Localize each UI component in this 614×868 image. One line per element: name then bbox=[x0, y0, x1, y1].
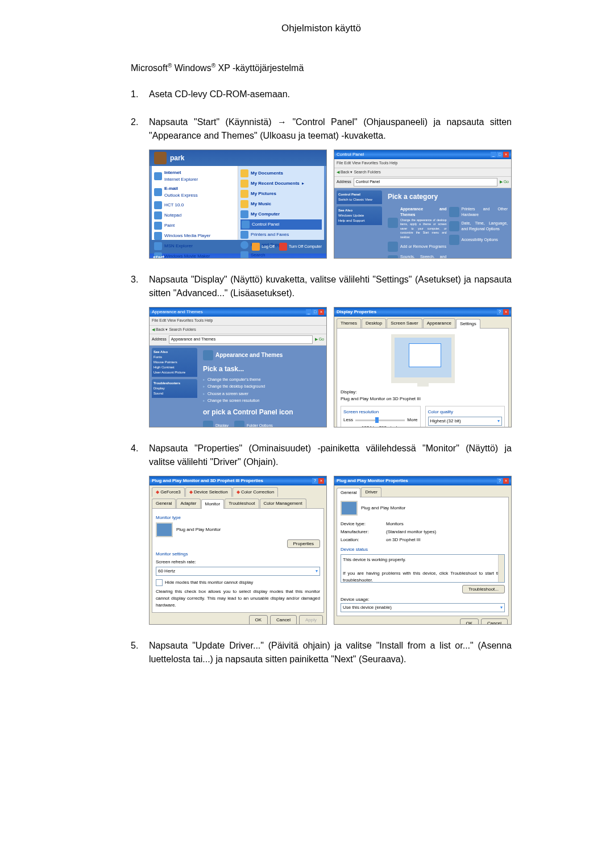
troubleshoot-button[interactable]: Troubleshoot... bbox=[462, 585, 505, 593]
scrollbar[interactable] bbox=[498, 555, 504, 582]
tab-color-correction[interactable]: ◆ Color Correction bbox=[233, 487, 278, 497]
startmenu-item[interactable]: E-mailOutlook Express bbox=[154, 184, 235, 200]
tab-settings[interactable]: Settings bbox=[456, 319, 480, 329]
minimize-icon[interactable]: _ bbox=[306, 309, 312, 315]
address-field[interactable]: Appearance and Themes bbox=[169, 335, 313, 344]
tab-monitor[interactable]: Monitor bbox=[201, 499, 225, 509]
sidebar-link[interactable]: User Account Picture bbox=[154, 371, 185, 374]
go-button[interactable]: ▶ Go bbox=[500, 179, 509, 185]
startmenu-item[interactable]: My Computer bbox=[240, 209, 322, 219]
info-row: Device type:Monitors bbox=[341, 520, 505, 528]
startmenu-item[interactable]: Windows Media Player bbox=[154, 231, 235, 241]
cancel-button[interactable]: Cancel bbox=[270, 615, 297, 625]
toolbar[interactable]: ◀ Back ▾ Search Folders bbox=[334, 168, 511, 177]
color-label: Color quality bbox=[428, 409, 503, 416]
help-icon[interactable]: ? bbox=[312, 478, 318, 484]
startmenu-item[interactable]: HCT 10.0 bbox=[154, 200, 235, 210]
close-icon[interactable]: × bbox=[318, 309, 324, 315]
help-icon[interactable]: ? bbox=[497, 478, 503, 484]
tab-colormgmt[interactable]: Color Management bbox=[260, 499, 306, 508]
startmenu-item[interactable]: My Recent Documents ▸ bbox=[240, 178, 322, 189]
tab-troubleshoot[interactable]: Troubleshoot bbox=[225, 499, 259, 508]
close-icon[interactable]: × bbox=[503, 309, 509, 315]
properties-button[interactable]: Properties bbox=[287, 539, 320, 548]
close-icon[interactable]: × bbox=[503, 478, 509, 484]
menubar[interactable]: File Edit View Favorites Tools Help bbox=[150, 317, 326, 326]
cp-category[interactable]: Accessibility Options bbox=[449, 234, 508, 246]
tab-driver[interactable]: Driver bbox=[361, 487, 381, 497]
display-icon-link[interactable]: Display bbox=[203, 420, 229, 428]
resolution-slider[interactable]: Less More bbox=[343, 417, 418, 423]
category-icon bbox=[449, 235, 459, 245]
tab-appearance[interactable]: Appearance bbox=[423, 318, 455, 328]
back-icon[interactable]: ◀ bbox=[152, 327, 155, 331]
hide-modes-checkbox[interactable]: Hide modes that this monitor cannot disp… bbox=[156, 579, 320, 586]
tab-geforce[interactable]: ◆ GeForce3 bbox=[152, 487, 185, 497]
ok-button[interactable]: OK bbox=[249, 615, 268, 625]
tab-themes[interactable]: Themes bbox=[337, 318, 361, 328]
tab-general[interactable]: General bbox=[152, 499, 176, 508]
task-link[interactable]: Change the computer's theme bbox=[203, 376, 323, 384]
cp-category-appearance[interactable]: Appearance and ThemesChange the appearan… bbox=[388, 205, 447, 241]
startmenu-item[interactable]: My Pictures bbox=[240, 189, 322, 199]
tab-device-selection[interactable]: ◆ Device Selection bbox=[185, 487, 232, 497]
sidebar-link[interactable]: Sound bbox=[154, 392, 163, 395]
apply-button[interactable]: Apply bbox=[299, 615, 323, 625]
tab-screensaver[interactable]: Screen Saver bbox=[387, 318, 422, 328]
color-bar bbox=[428, 427, 503, 427]
startmenu-item[interactable]: Notepad bbox=[154, 210, 235, 221]
cp-category[interactable]: Add or Remove Programs bbox=[388, 240, 447, 253]
startmenu-item[interactable]: My Documents bbox=[240, 168, 322, 178]
refresh-dropdown[interactable]: 60 Hertz bbox=[156, 567, 320, 576]
startmenu-item[interactable]: Search bbox=[240, 250, 322, 259]
back-icon[interactable]: ◀ bbox=[337, 170, 339, 174]
appearance-icon bbox=[388, 218, 398, 228]
cancel-button[interactable]: Cancel bbox=[481, 618, 508, 625]
task-link[interactable]: Change the screen resolution bbox=[203, 397, 323, 405]
device-usage-dropdown[interactable]: Use this device (enable) bbox=[341, 603, 505, 612]
maximize-icon[interactable]: □ bbox=[497, 152, 503, 157]
tab-adapter[interactable]: Adapter bbox=[176, 499, 200, 508]
startmenu-item[interactable]: Paint bbox=[154, 221, 235, 231]
window-titlebar: Plug and Play Monitor Properties ?× bbox=[334, 476, 511, 485]
controlpanel-screenshot: Control Panel _□× File Edit View Favorit… bbox=[334, 149, 512, 259]
tab-desktop[interactable]: Desktop bbox=[362, 318, 386, 328]
sidebar-link[interactable]: Fonts bbox=[154, 355, 162, 359]
go-button[interactable]: ▶ Go bbox=[315, 337, 324, 343]
maximize-icon[interactable]: □ bbox=[312, 309, 318, 315]
logoff-button[interactable]: Log Off bbox=[252, 243, 275, 251]
folder-options-link[interactable]: Folder Options bbox=[234, 420, 273, 428]
startmenu-item[interactable]: Printers and Faxes bbox=[240, 230, 322, 240]
task-link[interactable]: Choose a screen saver bbox=[203, 391, 323, 398]
sidebar-link[interactable]: Mouse Pointers bbox=[154, 360, 177, 364]
ok-button[interactable]: OK bbox=[460, 618, 479, 625]
task-link[interactable]: Change the desktop background bbox=[203, 383, 323, 391]
tab-general[interactable]: General bbox=[337, 488, 360, 497]
help-icon[interactable]: ? bbox=[497, 309, 503, 315]
switch-view-link[interactable]: Switch to Classic View bbox=[338, 198, 372, 201]
startmenu-item[interactable]: My Music bbox=[240, 199, 322, 209]
close-icon[interactable]: × bbox=[503, 152, 509, 157]
address-field[interactable]: Control Panel bbox=[354, 178, 497, 186]
close-icon[interactable]: × bbox=[318, 478, 324, 484]
sidebar-link[interactable]: Display bbox=[154, 387, 165, 390]
sidebar-link[interactable]: High Contrast bbox=[154, 366, 175, 369]
minimize-icon[interactable]: _ bbox=[491, 152, 496, 157]
startmenu-item[interactable]: Windows Movie Maker bbox=[154, 251, 235, 259]
display-icon bbox=[203, 421, 213, 428]
cp-category[interactable]: Sounds, Speech, and Audio Devices bbox=[388, 253, 447, 259]
category-icon bbox=[449, 207, 459, 217]
sidebar-link[interactable]: Windows Update bbox=[338, 214, 364, 217]
sidebar-link[interactable]: Help and Support bbox=[338, 219, 365, 222]
startmenu-control-panel[interactable]: Control Panel bbox=[240, 219, 322, 230]
menubar[interactable]: File Edit View Favorites Tools Help bbox=[334, 159, 511, 168]
shutdown-button[interactable]: Turn Off Computer bbox=[279, 243, 322, 251]
cp-category[interactable]: Printers and Other Hardware bbox=[449, 205, 508, 219]
color-dropdown[interactable]: Highest (32 bit) bbox=[428, 417, 503, 426]
device-name: Plug and Play Monitor bbox=[361, 505, 405, 510]
startmenu-item[interactable]: InternetInternet Explorer bbox=[154, 168, 235, 184]
cp-category[interactable]: Date, Time, Language, and Regional Optio… bbox=[449, 219, 508, 234]
toolbar[interactable]: ◀ Back ▾ Search Folders bbox=[150, 326, 326, 335]
startmenu-item[interactable]: MSN Explorer bbox=[154, 241, 235, 251]
instruction-list: Aseta CD-levy CD-ROM-asemaan. Napsauta "… bbox=[131, 88, 512, 666]
